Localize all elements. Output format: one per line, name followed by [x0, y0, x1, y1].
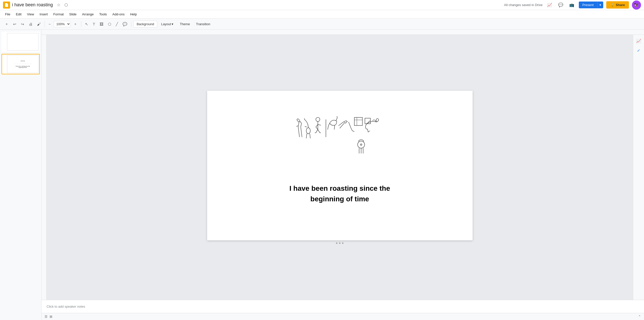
scroll-dot-1 [336, 242, 337, 244]
toolbar-image-button[interactable]: 🖼 [98, 21, 105, 27]
toolbar-layout-button[interactable]: Layout ▾ [158, 21, 176, 27]
layout-chevron-icon: ▾ [172, 22, 173, 26]
slide2-thumb-divider [14, 64, 32, 64]
slide-content: I have been roasting since the beginning… [207, 91, 473, 240]
separator-2 [81, 21, 81, 27]
slide1-content [7, 33, 38, 50]
scroll-dot-3 [342, 242, 344, 244]
bottom-collapse-button[interactable]: ⌃ [638, 315, 641, 318]
toolbar-undo-button[interactable]: ↩ [11, 21, 18, 28]
menu-slide[interactable]: Slide [67, 11, 79, 17]
comments-button[interactable]: 💬 [557, 1, 565, 9]
present-group: Present ▾ [579, 2, 603, 8]
bottom-grid-view-button[interactable]: ⊞ [50, 315, 52, 318]
slide-thumbnail-1[interactable]: 1 [2, 32, 40, 52]
star-button[interactable]: ☆ [56, 2, 61, 8]
scroll-dots [336, 242, 344, 244]
menu-help[interactable]: Help [128, 11, 139, 17]
slide[interactable]: I have been roasting since the beginning… [207, 91, 473, 240]
toolbar-comment-button[interactable]: 💬 [121, 21, 129, 28]
bottom-bar: ☰ ⊞ ⌃ [42, 313, 644, 320]
separator-1 [45, 21, 45, 27]
toolbar-shapes-button[interactable]: ⬡ [106, 21, 113, 28]
history-button[interactable]: ⬡ [63, 2, 69, 8]
slide-text-line2: beginning of time [289, 194, 390, 204]
screencast-button[interactable]: 📺 [568, 1, 576, 9]
present-button[interactable]: Present [579, 2, 597, 8]
bottom-right-actions: ⌃ [638, 315, 641, 318]
svg-point-15 [360, 144, 362, 145]
menu-edit[interactable]: Edit [13, 11, 24, 17]
menu-file[interactable]: File [3, 11, 13, 17]
svg-point-4 [316, 117, 320, 121]
scroll-dot-2 [339, 242, 340, 244]
bottom-list-view-button[interactable]: ☰ [45, 315, 48, 318]
share-button[interactable]: 🔒 Share [606, 1, 629, 9]
menu-addons[interactable]: Add-ons [110, 11, 127, 17]
horizontal-ruler [42, 30, 644, 35]
avatar[interactable]: 🦅 [632, 1, 641, 10]
vertical-ruler [42, 35, 47, 300]
menu-arrange[interactable]: Arrange [80, 11, 96, 17]
toolbar-zoom-select[interactable]: 100% [54, 21, 71, 27]
svg-line-3 [310, 134, 310, 138]
slide-preview-1 [7, 33, 39, 51]
svg-point-14 [358, 141, 365, 148]
slide2-content: 𓅓𓀀𓁐𓅿𓂋𓃭𓇳𓊖 I have been roasting since theb… [7, 55, 38, 73]
toolbar-line-button[interactable]: ╱ [114, 21, 120, 28]
toolbar-print-button[interactable]: 🖨 [27, 21, 34, 27]
sidebar-check-button[interactable]: ✓ [635, 46, 643, 54]
slide-container[interactable]: I have been roasting since the beginning… [47, 35, 633, 300]
slide-panel: 1 2 𓅓𓀀𓁐𓅿𓂋𓃭𓇳𓊖 I have been roasting since … [0, 30, 42, 320]
separator-3 [131, 21, 131, 27]
toolbar-theme-button[interactable]: Theme [177, 21, 192, 27]
trending-icon-button[interactable]: 📈 [546, 1, 554, 9]
menu-format[interactable]: Format [51, 11, 66, 17]
present-dropdown-button[interactable]: ▾ [597, 2, 603, 8]
main-area: 1 2 𓅓𓀀𓁐𓅿𓂋𓃭𓇳𓊖 I have been roasting since … [0, 30, 644, 320]
svg-point-1 [306, 128, 310, 134]
toolbar-paintformat-button[interactable]: 🖌 [35, 21, 43, 27]
toolbar-cursor-button[interactable]: ↖ [83, 21, 90, 28]
toolbar-zoom-in-button[interactable]: ＋ [72, 20, 79, 28]
toolbar-transition-button[interactable]: Transition [194, 21, 213, 27]
toolbar-background-button[interactable]: Background [133, 21, 157, 27]
speaker-notes[interactable]: Click to add speaker notes [42, 300, 644, 313]
svg-rect-0 [42, 30, 644, 35]
ruler-h-svg [42, 30, 644, 35]
saved-status: All changes saved in Drive [504, 3, 543, 7]
svg-line-2 [306, 134, 307, 138]
svg-line-6 [318, 130, 320, 133]
title-right-area: All changes saved in Drive 📈 💬 📺 Present… [504, 1, 641, 10]
menu-view[interactable]: View [24, 11, 36, 17]
canvas-area: I have been roasting since the beginning… [42, 30, 644, 320]
work-area: I have been roasting since the beginning… [42, 35, 644, 300]
slide-text-line1: I have been roasting since the [289, 183, 390, 194]
document-title[interactable]: i have been roasting [12, 2, 53, 8]
slide-preview-2: 𓅓𓀀𓁐𓅿𓂋𓃭𓇳𓊖 I have been roasting since theb… [7, 55, 39, 73]
toolbar: ＋ ↩ ↪ 🖨 🖌 − 100% ＋ ↖ T 🖼 ⬡ ╱ 💬 Backgroun… [0, 19, 644, 30]
hieroglyphics-svg [294, 112, 385, 157]
slide2-thumb-text: I have been roasting since thebeginning … [16, 66, 30, 68]
right-sidebar: 📈 ✓ [633, 35, 644, 300]
slide-text[interactable]: I have been roasting since the beginning… [289, 183, 390, 204]
menu-tools[interactable]: Tools [97, 11, 109, 17]
title-bar: i have been roasting ☆ ⬡ All changes sav… [0, 0, 644, 10]
speaker-notes-placeholder: Click to add speaker notes [47, 305, 85, 308]
toolbar-textbox-button[interactable]: T [91, 21, 97, 27]
svg-rect-10 [354, 117, 362, 125]
slide-thumbnail-2[interactable]: 2 𓅓𓀀𓁐𓅿𓂋𓃭𓇳𓊖 I have been roasting since th… [2, 54, 40, 74]
toolbar-redo-button[interactable]: ↪ [19, 21, 26, 28]
menu-insert[interactable]: Insert [37, 11, 50, 17]
sidebar-trending-button[interactable]: 📈 [635, 37, 643, 45]
app-icon [3, 2, 10, 9]
slide2-thumb-hieroglyphics: 𓅓𓀀𓁐𓅿𓂋𓃭𓇳𓊖 [21, 60, 25, 62]
svg-line-5 [316, 130, 318, 133]
hieroglyphics-image[interactable] [294, 112, 385, 158]
toolbar-add-button[interactable]: ＋ [3, 20, 10, 28]
toolbar-zoom-out-button[interactable]: − [47, 21, 53, 27]
menu-bar: File Edit View Insert Format Slide Arran… [0, 10, 644, 19]
lock-icon: 🔒 [610, 3, 614, 7]
